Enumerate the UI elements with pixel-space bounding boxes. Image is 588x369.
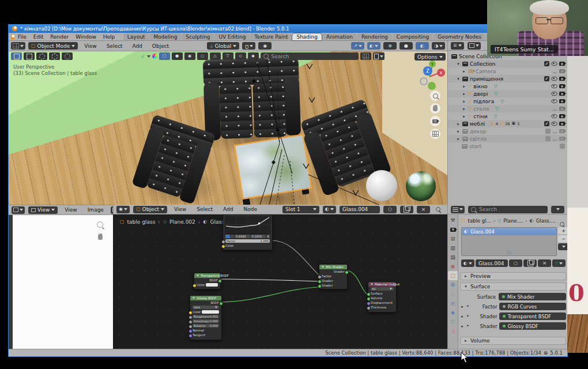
tab-shading[interactable]: Shading xyxy=(292,33,322,40)
zoom-icon[interactable] xyxy=(97,221,103,228)
menu-file[interactable]: File xyxy=(14,34,30,40)
expand-icon[interactable]: ▸ xyxy=(456,137,461,141)
breadcrumb-object[interactable]: table glass xyxy=(127,219,156,225)
overlay-toggle-1[interactable] xyxy=(360,52,371,60)
material-slot-dropdown[interactable]: Slot 1 xyxy=(282,206,319,213)
outliner-row-primishchennya[interactable]: ▾ приміщення ✓ xyxy=(448,75,567,82)
factor-value-dropdown[interactable]: RGB Curves xyxy=(499,303,566,310)
shader-menu-node[interactable]: Node xyxy=(240,206,261,212)
expand-icon[interactable]: ▸ xyxy=(456,129,461,134)
camera-toggle-icon[interactable] xyxy=(559,84,565,88)
anisotropy-field[interactable]: Anisotropy0.000 xyxy=(193,319,219,323)
outliner-row-dekor[interactable]: ▸ декор xyxy=(448,127,567,135)
mix-shader-node[interactable]: Mix Shader Shader Factor Shader Shader xyxy=(319,264,348,289)
tab-object-data[interactable]: ▽ xyxy=(448,317,458,326)
pin-icon[interactable] xyxy=(436,207,440,212)
preview-panel-header[interactable]: ▸ Preview xyxy=(460,272,566,280)
expand-icon[interactable]: ▸ xyxy=(460,324,465,329)
tab-tool[interactable]: ⚒ xyxy=(448,216,458,225)
camera-toggle-icon[interactable] xyxy=(559,114,565,118)
shader1-value-dropdown[interactable]: Transparent BSDF xyxy=(499,312,566,320)
outliner-row-start[interactable]: start xyxy=(448,142,567,150)
volume-panel-header[interactable]: ▸ Volume xyxy=(460,337,566,345)
collection-checkbox[interactable] xyxy=(560,144,565,149)
properties-search-input[interactable]: Search xyxy=(468,206,548,213)
viewport-canvas[interactable]: ✓ ▢ ● ◉ ○ △ ▽ ◇ ◆ Search Options User Pe… xyxy=(9,51,447,205)
tab-compositing[interactable]: Compositing xyxy=(393,33,433,40)
transparent-bsdf-node[interactable]: Transparent BSDF BSDF Color xyxy=(194,273,221,289)
fake-user-button[interactable]: ○ xyxy=(509,259,522,267)
color-wheel-icon[interactable] xyxy=(152,54,157,59)
outliner-row-stiny[interactable]: ▸ ▽ стіни ▽ xyxy=(448,112,567,120)
material-name-field[interactable]: Glass.004 xyxy=(476,259,508,267)
breadcrumb-mesh[interactable]: Plane.002 xyxy=(169,219,195,225)
snap-toggle[interactable]: Ω xyxy=(242,42,255,50)
shader-editor-type-button[interactable]: ◉ xyxy=(116,206,130,213)
tab-world[interactable]: ◉ xyxy=(448,262,458,271)
camera-toggle-icon[interactable] xyxy=(559,107,565,111)
navigation-gizmo[interactable]: Y Z X xyxy=(412,58,447,94)
curve-channel-button[interactable] xyxy=(225,235,230,238)
glossy-bsdf-node[interactable]: Glossy BSDF BSDF GGX Color Roughness0.00… xyxy=(190,295,222,340)
shader-menu-select[interactable]: Select xyxy=(193,206,216,212)
camera-toggle-icon[interactable] xyxy=(559,99,565,103)
curve-y-value[interactable]: 0.1650 xyxy=(251,235,266,239)
tab-modifiers[interactable]: ⚙ xyxy=(448,280,458,289)
target-dropdown[interactable]: All xyxy=(371,287,394,291)
curve-tool-button[interactable] xyxy=(231,235,234,238)
eye-icon[interactable] xyxy=(551,92,557,96)
outliner-row-svitlo[interactable]: ▸ світло xyxy=(448,135,567,142)
expand-icon[interactable]: ▸ xyxy=(462,84,466,89)
tab-scene[interactable]: ▤ xyxy=(448,253,458,262)
collection-checkbox[interactable]: ✓ xyxy=(544,61,549,66)
tab-animation[interactable]: Animation xyxy=(322,33,357,40)
tab-rendering[interactable]: Rendering xyxy=(357,33,392,40)
unlink-material-button[interactable]: × xyxy=(538,259,551,267)
curve-x-value[interactable]: 0.4945 xyxy=(235,235,250,239)
outliner-row-collection[interactable]: ▾ Collection ✓ xyxy=(448,60,567,67)
tab-modeling[interactable]: Modeling xyxy=(149,33,181,40)
material-name-field[interactable]: Glass.004 xyxy=(340,206,380,213)
expand-icon[interactable]: ▸ xyxy=(460,314,465,319)
shading-solid-button[interactable]: ● xyxy=(399,42,413,50)
camera-toggle-icon[interactable] xyxy=(559,137,565,141)
camera-toggle-icon[interactable] xyxy=(559,129,565,133)
breadcrumb-material[interactable]: Glass.... xyxy=(536,218,556,224)
viewport-menu-select[interactable]: Select xyxy=(103,43,126,49)
toggle-perspective-button[interactable] xyxy=(430,129,440,139)
eye-icon[interactable] xyxy=(551,122,557,126)
camera-toggle-icon[interactable] xyxy=(559,77,565,81)
shader2-value-dropdown[interactable]: Glossy BSDF xyxy=(499,322,566,330)
eye-closed-icon[interactable] xyxy=(552,70,557,73)
outliner-row-camera[interactable]: ▸ Camera xyxy=(448,67,567,75)
select-box-tool[interactable] xyxy=(24,52,35,60)
curve-delete-button[interactable]: X xyxy=(266,235,270,238)
new-material-button[interactable] xyxy=(400,206,413,213)
eye-closed-icon[interactable] xyxy=(552,107,557,111)
image-view-mode-dropdown[interactable]: View xyxy=(28,206,58,214)
viewport-menu-object[interactable]: Object xyxy=(149,43,172,49)
shading-pill-4[interactable]: ○ xyxy=(197,52,208,60)
viewport-menu-view[interactable]: View xyxy=(81,43,100,49)
properties-options-button[interactable] xyxy=(551,206,564,213)
eye-icon[interactable] xyxy=(551,99,557,103)
menu-render[interactable]: Render xyxy=(47,34,72,40)
camera-toggle-icon[interactable] xyxy=(559,122,565,126)
tab-physics[interactable]: ◎ xyxy=(448,299,458,308)
tab-sculpting[interactable]: Sculpting xyxy=(182,33,214,40)
image-menu-view[interactable]: View xyxy=(61,207,80,213)
transform-orientation-dropdown[interactable]: ⟂ Global xyxy=(207,42,239,50)
menu-help[interactable]: Help xyxy=(100,34,119,40)
expand-icon[interactable]: ▾ xyxy=(456,77,461,81)
image-menu-image[interactable]: Image xyxy=(84,207,107,213)
eye-icon[interactable] xyxy=(551,84,557,88)
eye-icon[interactable] xyxy=(551,114,557,118)
copy-material-button[interactable] xyxy=(523,259,537,267)
shading-wireframe-button[interactable]: ⊕ xyxy=(383,42,397,50)
fake-user-button[interactable]: ○ xyxy=(383,206,397,213)
nodetree-button[interactable]: ▽ xyxy=(552,259,566,267)
shading-pill-5[interactable]: △ xyxy=(210,52,221,60)
shading-material-button[interactable]: ◐ xyxy=(416,42,429,50)
select-circle-tool[interactable] xyxy=(36,52,47,60)
shading-rendered-button[interactable]: ◑ xyxy=(432,42,445,50)
